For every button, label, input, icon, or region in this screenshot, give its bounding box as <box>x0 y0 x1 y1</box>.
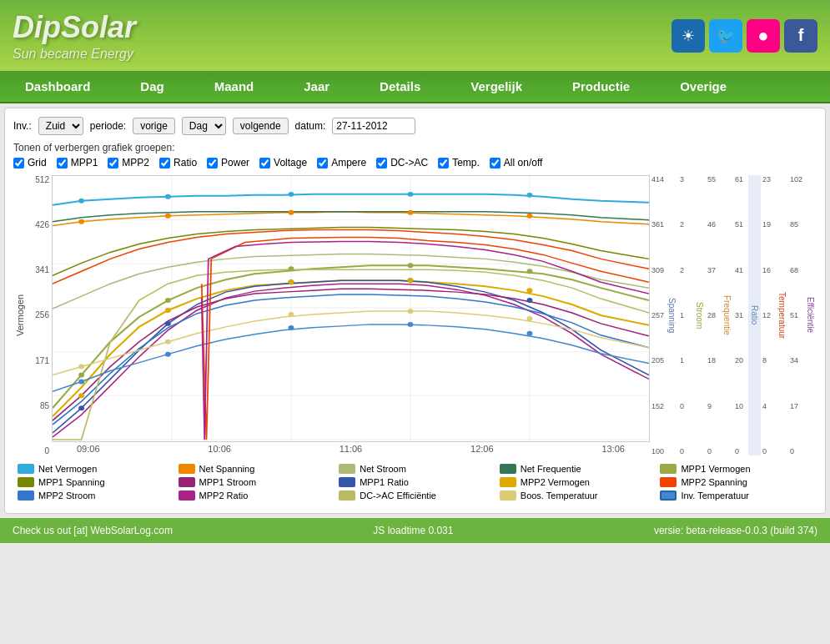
svg-point-13 <box>408 192 414 197</box>
cb-voltage[interactable]: Voltage <box>259 157 307 169</box>
svg-point-38 <box>408 322 414 327</box>
svg-point-21 <box>165 214 171 219</box>
legend-color-mpp2-vermogen <box>500 477 516 487</box>
footer-js-loadtime: JS loadtime 0.031 <box>373 525 453 536</box>
legend-mpp2-spanning: MPP2 Spanning <box>660 477 812 487</box>
cb-mpp2[interactable]: MPP2 <box>108 157 149 169</box>
svg-point-22 <box>289 210 294 215</box>
flickr-link[interactable]: ● <box>747 19 780 53</box>
legend-net-frequentie: Net Frequentie <box>500 464 652 474</box>
toggle-label: Tonen of verbergen grafiek groepen: <box>13 142 817 153</box>
inv-select[interactable]: Zuid <box>38 117 83 135</box>
cb-allonoff[interactable]: All on/off <box>490 157 542 169</box>
logo-main: DipSolar <box>13 10 136 45</box>
nav-details[interactable]: Details <box>355 71 445 102</box>
cb-mpp1[interactable]: MPP1 <box>57 157 98 169</box>
legend-inv-temperatuur: Inv. Temperatuur <box>660 491 812 501</box>
vorige-button[interactable]: vorige <box>133 118 175 134</box>
nav-dashboard[interactable]: Dashboard <box>0 71 115 102</box>
cb-power[interactable]: Power <box>207 157 249 169</box>
nav-vergelijk[interactable]: Vergelijk <box>445 71 547 102</box>
nav-jaar[interactable]: Jaar <box>279 71 355 102</box>
periode-label: periode: <box>90 120 126 132</box>
legend-color-net-spanning <box>179 464 195 474</box>
stroom-axis: 3 2 2 1 1 0 0 Stroom <box>678 175 706 455</box>
legend-net-stroom: Net Stroom <box>339 464 491 474</box>
svg-point-20 <box>78 219 84 224</box>
legend-color-mpp1-ratio <box>339 477 355 487</box>
nav-maand[interactable]: Maand <box>189 71 279 102</box>
svg-point-18 <box>408 263 414 268</box>
cb-dcac-label: DC->AC <box>390 157 428 169</box>
right-axes: 414 361 309 257 205 152 100 Spanning 3 2… <box>650 175 817 455</box>
svg-point-23 <box>408 210 414 215</box>
cb-mpp1-label: MPP1 <box>71 157 98 169</box>
svg-point-36 <box>165 352 171 357</box>
volgende-button[interactable]: volgende <box>233 118 289 134</box>
legend-mpp2-stroom: MPP2 Stroom <box>18 491 170 501</box>
svg-point-16 <box>165 298 171 303</box>
legend-mpp1-ratio: MPP1 Ratio <box>339 477 491 487</box>
cb-ampere-label: Ampere <box>331 157 366 169</box>
cb-dcac[interactable]: DC->AC <box>376 157 428 169</box>
svg-point-42 <box>289 312 294 317</box>
svg-point-39 <box>526 331 532 336</box>
legend-dcac-efficientie: DC->AC Efficiëntie <box>339 491 491 501</box>
datum-label: datum: <box>295 120 326 132</box>
legend-color-net-frequentie <box>500 464 516 474</box>
legend-mpp2-ratio: MPP2 Ratio <box>179 491 331 501</box>
svg-point-43 <box>408 309 414 314</box>
legend-mpp1-stroom: MPP1 Stroom <box>179 477 331 487</box>
datum-input[interactable]: 27-11-2012 <box>332 118 415 134</box>
header: DipSolar Sun became Energy ☀ 🐦 ● f <box>0 0 830 71</box>
left-y-ticks: 512 426 341 256 171 85 0 <box>27 175 52 455</box>
svg-point-44 <box>526 316 532 321</box>
twitter-link[interactable]: 🐦 <box>709 19 742 53</box>
svg-point-17 <box>289 266 294 271</box>
legend-net-vermogen: Net Vermogen <box>18 464 170 474</box>
legend-color-mpp2-ratio <box>179 491 195 501</box>
temperatuur-axis: 23 19 16 12 8 4 0 Temperatuur <box>761 175 788 455</box>
legend-color-net-vermogen <box>18 464 34 474</box>
svg-point-15 <box>78 373 84 378</box>
social-icons: ☀ 🐦 ● f <box>672 19 817 53</box>
ratio-axis: 61 51 41 31 20 10 0 Ratio <box>733 175 761 455</box>
svg-point-10 <box>78 199 84 204</box>
svg-point-31 <box>165 308 171 313</box>
left-y-label: Vermogen <box>13 175 27 455</box>
facebook-link[interactable]: f <box>784 19 817 53</box>
main-content: Inv.: Zuid periode: vorige Dag volgende … <box>4 108 826 514</box>
main-chart-svg <box>52 175 650 442</box>
legend-color-mpp1-vermogen <box>660 464 677 474</box>
cb-temp-label: Temp. <box>452 157 480 169</box>
svg-point-19 <box>526 269 532 274</box>
legend: Net Vermogen Net Spanning Net Stroom Net… <box>13 460 817 505</box>
footer: Check us out [at] WebSolarLog.com JS loa… <box>0 518 830 543</box>
nav-dag[interactable]: Dag <box>115 71 189 102</box>
cb-voltage-label: Voltage <box>274 157 307 169</box>
legend-color-mpp2-spanning <box>660 477 677 487</box>
svg-point-26 <box>165 321 171 326</box>
cb-allonoff-label: All on/off <box>504 157 542 169</box>
svg-point-34 <box>526 288 532 293</box>
svg-point-12 <box>289 192 294 197</box>
legend-color-mpp2-stroom <box>18 491 34 501</box>
cb-temp[interactable]: Temp. <box>438 157 480 169</box>
nav-productie[interactable]: Productie <box>547 71 655 102</box>
legend-color-mpp1-spanning <box>18 477 34 487</box>
cb-mpp2-label: MPP2 <box>122 157 149 169</box>
dag-select[interactable]: Dag <box>182 117 226 135</box>
svg-point-35 <box>78 379 84 384</box>
cb-ampere[interactable]: Ampere <box>317 157 366 169</box>
cb-grid[interactable]: Grid <box>13 157 47 169</box>
footer-versie: versie: beta-release-0.0.3 (build 374) <box>654 525 817 536</box>
legend-color-inv-temp <box>660 491 677 501</box>
nav-overige[interactable]: Overige <box>655 71 752 102</box>
legend-net-spanning: Net Spanning <box>179 464 331 474</box>
solar-link[interactable]: ☀ <box>672 19 705 53</box>
legend-mpp1-spanning: MPP1 Spanning <box>18 477 170 487</box>
cb-ratio[interactable]: Ratio <box>159 157 197 169</box>
logo-subtitle: Sun became Energy <box>13 47 136 62</box>
legend-mpp2-vermogen: MPP2 Vermogen <box>500 477 652 487</box>
efficientie-axis: 102 85 68 51 34 17 0 Efficiëntie <box>788 175 817 455</box>
